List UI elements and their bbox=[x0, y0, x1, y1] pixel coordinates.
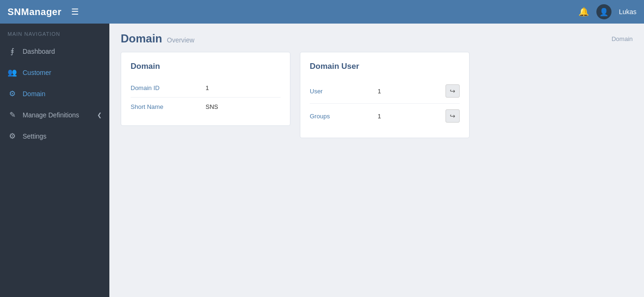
domain-user-card: Domain User User 1 ↪ Groups 1 ↪ bbox=[300, 52, 470, 138]
domain-icon: ⚙ bbox=[8, 89, 17, 98]
sidebar-item-customer-label: Customer bbox=[23, 69, 51, 76]
short-name-row: Short Name SNS bbox=[131, 98, 281, 116]
page-subtitle: Overview bbox=[167, 36, 194, 44]
sidebar-item-dashboard[interactable]: ⨎ Dashboard bbox=[0, 41, 109, 62]
user-value: 1 bbox=[378, 88, 446, 95]
short-name-value: SNS bbox=[206, 103, 281, 110]
main-layout: MAIN NAVIGATION ⨎ Dashboard 👥 Customer ⚙… bbox=[0, 24, 644, 297]
cards-area: Domain Domain ID 1 Short Name SNS Domain… bbox=[109, 52, 644, 149]
bell-icon[interactable]: 🔔 bbox=[578, 7, 589, 17]
groups-label: Groups bbox=[310, 113, 378, 120]
breadcrumb: Domain bbox=[611, 35, 633, 42]
user-label: User bbox=[310, 88, 378, 95]
hamburger-icon[interactable]: ☰ bbox=[71, 7, 79, 17]
sidebar-item-manage-definitions-label: Manage Definitions bbox=[23, 111, 79, 119]
customer-icon: 👥 bbox=[8, 68, 17, 77]
page-header: Domain Overview Domain bbox=[109, 24, 644, 52]
domain-card-title: Domain bbox=[131, 62, 281, 71]
header-left: SNManager ☰ bbox=[8, 7, 79, 17]
user-action-button[interactable]: ↪ bbox=[446, 84, 460, 98]
sidebar-item-settings-label: Settings bbox=[23, 132, 47, 140]
domain-card: Domain Domain ID 1 Short Name SNS bbox=[121, 52, 290, 126]
user-action: ↪ bbox=[446, 84, 460, 98]
top-header: SNManager ☰ 🔔 👤 Lukas bbox=[0, 0, 644, 24]
user-row: User 1 ↪ bbox=[310, 79, 460, 104]
groups-row: Groups 1 ↪ bbox=[310, 104, 460, 128]
settings-icon: ⚙ bbox=[8, 132, 17, 140]
chevron-icon: ❮ bbox=[97, 112, 102, 118]
sidebar-item-customer[interactable]: 👥 Customer bbox=[0, 62, 109, 83]
sidebar-item-domain-label: Domain bbox=[23, 90, 45, 98]
app-title: SNManager bbox=[8, 7, 62, 17]
sidebar-item-domain[interactable]: ⚙ Domain bbox=[0, 83, 109, 104]
sidebar-item-manage-definitions[interactable]: ✎ Manage Definitions ❮ bbox=[0, 104, 109, 125]
main-content: Domain Overview Domain Domain Domain ID … bbox=[109, 24, 644, 297]
groups-action-button[interactable]: ↪ bbox=[446, 109, 460, 123]
groups-value: 1 bbox=[378, 113, 446, 120]
short-name-label: Short Name bbox=[131, 103, 206, 110]
sidebar: MAIN NAVIGATION ⨎ Dashboard 👥 Customer ⚙… bbox=[0, 24, 109, 297]
domain-id-row: Domain ID 1 bbox=[131, 79, 281, 98]
sidebar-item-dashboard-label: Dashboard bbox=[23, 48, 55, 55]
domain-id-value: 1 bbox=[206, 84, 281, 91]
sidebar-item-settings[interactable]: ⚙ Settings bbox=[0, 125, 109, 147]
avatar: 👤 bbox=[596, 4, 611, 19]
nav-section-label: MAIN NAVIGATION bbox=[0, 24, 109, 41]
username-label: Lukas bbox=[619, 8, 636, 16]
header-right: 🔔 👤 Lukas bbox=[578, 4, 636, 19]
dashboard-icon: ⨎ bbox=[8, 47, 17, 56]
manage-definitions-icon: ✎ bbox=[8, 110, 17, 119]
page-title-area: Domain Overview bbox=[121, 32, 194, 45]
domain-id-label: Domain ID bbox=[131, 84, 206, 91]
domain-user-card-title: Domain User bbox=[310, 62, 460, 71]
groups-action: ↪ bbox=[446, 109, 460, 123]
page-title: Domain bbox=[121, 32, 162, 45]
